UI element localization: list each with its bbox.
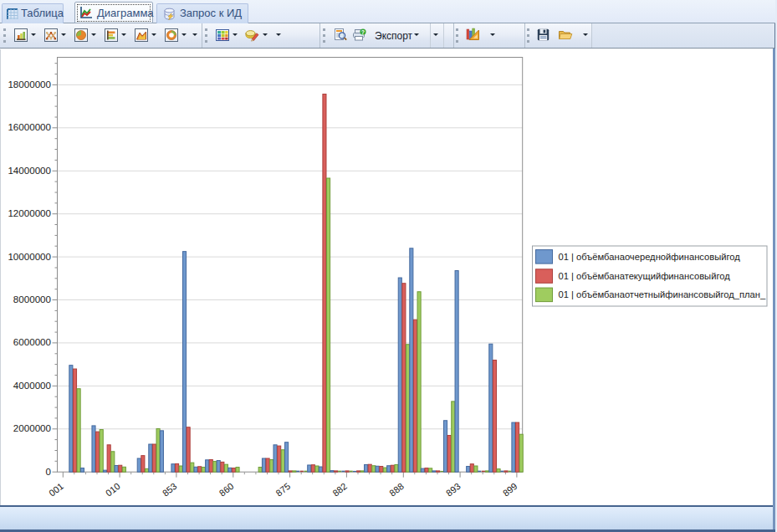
svg-text:6000000: 6000000	[13, 336, 51, 347]
svg-text:893: 893	[444, 481, 463, 499]
svg-text:12000000: 12000000	[8, 207, 51, 218]
svg-text:10000000: 10000000	[8, 251, 51, 262]
svg-text:010: 010	[104, 481, 122, 499]
svg-text:?: ?	[361, 29, 365, 35]
svg-text:8000000: 8000000	[13, 294, 51, 304]
svg-text:888: 888	[387, 481, 406, 499]
svg-text:853: 853	[161, 481, 179, 499]
svg-text:18000000: 18000000	[8, 79, 51, 90]
svg-text:2000000: 2000000	[13, 422, 51, 433]
svg-text:001: 001	[47, 481, 65, 499]
svg-text:01 | объёмбанаотчетныйфинансов: 01 | объёмбанаотчетныйфинансовыйгод_план…	[559, 289, 767, 299]
svg-text:16000000: 16000000	[8, 121, 51, 132]
svg-text:0: 0	[46, 466, 51, 477]
svg-text:14000000: 14000000	[8, 165, 51, 176]
svg-text:899: 899	[501, 481, 519, 499]
svg-text:882: 882	[330, 481, 349, 499]
svg-text:4000000: 4000000	[13, 380, 51, 391]
svg-text:01 | объёмбанатекущийфинансовы: 01 | объёмбанатекущийфинансовыйгод	[559, 271, 731, 281]
svg-text:860: 860	[217, 481, 236, 499]
svg-text:01 | объёмбанаочереднойфинансо: 01 | объёмбанаочереднойфинансовыйгод	[559, 252, 741, 262]
svg-text:875: 875	[273, 481, 292, 499]
